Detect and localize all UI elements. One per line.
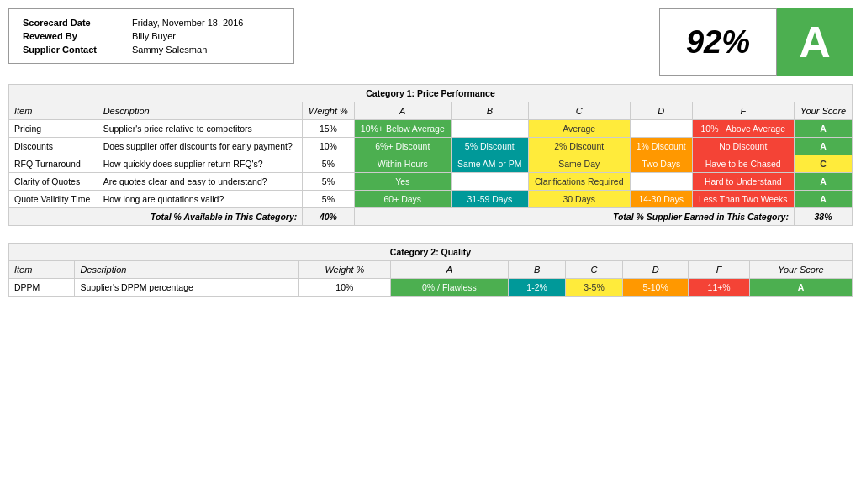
col2-item: Item xyxy=(9,261,75,279)
col2-b: B xyxy=(509,261,566,279)
table-row: Discounts Does supplier offer discounts … xyxy=(9,138,853,155)
item-pricing: Pricing xyxy=(9,120,98,138)
item-validity: Quote Validity Time xyxy=(9,191,98,208)
f-dppm: 11+% xyxy=(689,279,750,297)
item-rfq: RFQ Turnaround xyxy=(9,155,98,173)
total-earned-label: Total % Supplier Earned in This Category… xyxy=(354,208,794,226)
col-d: D xyxy=(630,102,692,120)
score-pricing: A xyxy=(794,120,852,138)
table-row: Quote Validity Time How long are quotati… xyxy=(9,191,853,208)
score-rfq: C xyxy=(794,155,852,173)
item-clarity: Clarity of Quotes xyxy=(9,173,98,191)
item-dppm: DPPM xyxy=(9,279,75,297)
d-discounts: 1% Discount xyxy=(630,138,692,155)
score-validity: A xyxy=(794,191,852,208)
weight-clarity: 5% xyxy=(303,173,354,191)
header-info: Scorecard Date Friday, November 18, 2016… xyxy=(8,8,294,64)
supplier-contact-value: Sammy Salesman xyxy=(129,43,283,56)
col2-d: D xyxy=(622,261,688,279)
b-validity: 31-59 Days xyxy=(452,191,529,208)
total-available-value: 40% xyxy=(303,208,354,226)
reviewed-by-value: Billy Buyer xyxy=(129,29,283,43)
weight-validity: 5% xyxy=(303,191,354,208)
a-discounts: 6%+ Discount xyxy=(354,138,452,155)
desc-validity: How long are quotations valid? xyxy=(98,191,303,208)
score-dppm: A xyxy=(749,279,852,297)
col-weight: Weight % xyxy=(303,102,354,120)
item-discounts: Discounts xyxy=(9,138,98,155)
col2-a: A xyxy=(390,261,509,279)
weight-rfq: 5% xyxy=(303,155,354,173)
f-discounts: No Discount xyxy=(692,138,794,155)
desc-rfq: How quickly does supplier return RFQ's? xyxy=(98,155,303,173)
d-clarity xyxy=(630,173,692,191)
b-discounts: 5% Discount xyxy=(452,138,529,155)
d-validity: 14-30 Days xyxy=(630,191,692,208)
a-rfq: Within Hours xyxy=(354,155,452,173)
col2-f: F xyxy=(689,261,750,279)
spacer xyxy=(8,234,853,243)
b-rfq: Same AM or PM xyxy=(452,155,529,173)
category2-title: Category 2: Quality xyxy=(9,244,853,261)
desc-discounts: Does supplier offer discounts for early … xyxy=(98,138,303,155)
desc-pricing: Supplier's price relative to competitors xyxy=(98,120,303,138)
score-section: 92% A xyxy=(659,8,853,76)
score-grade: A xyxy=(777,8,853,76)
f-clarity: Hard to Understand xyxy=(692,173,794,191)
col-c: C xyxy=(528,102,630,120)
c-rfq: Same Day xyxy=(528,155,630,173)
score-percent: 92% xyxy=(659,8,777,76)
f-rfq: Have to be Chased xyxy=(692,155,794,173)
col-a: A xyxy=(354,102,452,120)
a-clarity: Yes xyxy=(354,173,452,191)
table-row: Pricing Supplier's price relative to com… xyxy=(9,120,853,138)
f-validity: Less Than Two Weeks xyxy=(692,191,794,208)
score-clarity: A xyxy=(794,173,852,191)
a-pricing: 10%+ Below Average xyxy=(354,120,452,138)
col-f: F xyxy=(692,102,794,120)
total-available-label: Total % Available in This Category: xyxy=(9,208,303,226)
table-row: RFQ Turnaround How quickly does supplier… xyxy=(9,155,853,173)
scorecard-date-value: Friday, November 18, 2016 xyxy=(129,16,283,29)
score-discounts: A xyxy=(794,138,852,155)
d-dppm: 5-10% xyxy=(622,279,688,297)
category1-table: Category 1: Price Performance Item Descr… xyxy=(8,84,853,226)
scorecard-date-label: Scorecard Date xyxy=(19,16,129,29)
col2-your-score: Your Score xyxy=(749,261,852,279)
c-pricing: Average xyxy=(528,120,630,138)
c-discounts: 2% Discount xyxy=(528,138,630,155)
reviewed-by-label: Revewed By xyxy=(19,29,129,43)
total-row: Total % Available in This Category: 40% … xyxy=(9,208,853,226)
category1-title: Category 1: Price Performance xyxy=(9,85,853,102)
weight-dppm: 10% xyxy=(299,279,390,297)
header-section: Scorecard Date Friday, November 18, 2016… xyxy=(8,8,853,76)
table-row: DPPM Supplier's DPPM percentage 10% 0% /… xyxy=(9,279,853,297)
supplier-contact-label: Supplier Contact xyxy=(19,43,129,56)
weight-discounts: 10% xyxy=(303,138,354,155)
d-pricing xyxy=(630,120,692,138)
col-your-score: Your Score xyxy=(794,102,852,120)
col-item: Item xyxy=(9,102,98,120)
desc-dppm: Supplier's DPPM percentage xyxy=(75,279,299,297)
total-earned-value: 38% xyxy=(794,208,852,226)
col-description: Description xyxy=(98,102,303,120)
col2-weight: Weight % xyxy=(299,261,390,279)
col-b: B xyxy=(452,102,529,120)
weight-pricing: 15% xyxy=(303,120,354,138)
desc-clarity: Are quotes clear and easy to understand? xyxy=(98,173,303,191)
col2-c: C xyxy=(566,261,623,279)
col2-description: Description xyxy=(75,261,299,279)
category2-table: Category 2: Quality Item Description Wei… xyxy=(8,243,853,297)
b-clarity xyxy=(452,173,529,191)
a-validity: 60+ Days xyxy=(354,191,452,208)
f-pricing: 10%+ Above Average xyxy=(692,120,794,138)
c-clarity: Clarifications Required xyxy=(528,173,630,191)
d-rfq: Two Days xyxy=(630,155,692,173)
table-row: Clarity of Quotes Are quotes clear and e… xyxy=(9,173,853,191)
b-pricing xyxy=(452,120,529,138)
a-dppm: 0% / Flawless xyxy=(390,279,509,297)
c-dppm: 3-5% xyxy=(566,279,623,297)
c-validity: 30 Days xyxy=(528,191,630,208)
b-dppm: 1-2% xyxy=(509,279,566,297)
